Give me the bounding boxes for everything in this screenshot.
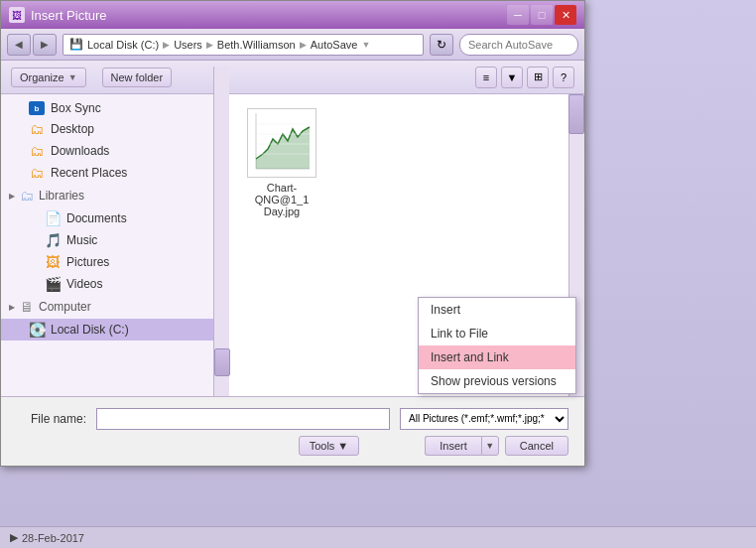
organize-dropdown-icon: ▼ — [68, 72, 77, 82]
nav-label-desktop: Desktop — [51, 122, 94, 136]
nav-pane-scrollbar[interactable] — [213, 67, 229, 396]
file-thumbnail-chart — [247, 108, 316, 178]
scrollbar-thumb[interactable] — [568, 94, 584, 134]
music-icon: 🎵 — [45, 232, 61, 248]
file-name-input[interactable] — [96, 408, 390, 430]
status-play-icon: ▶ — [10, 531, 18, 544]
organize-label: Organize — [20, 71, 64, 83]
file-type-select[interactable]: All Pictures (*.emf;*.wmf;*.jpg;* — [400, 408, 568, 430]
search-input[interactable] — [459, 34, 578, 56]
status-bar: ▶ 28-Feb-2017 — [0, 526, 756, 548]
computer-icon: 🖥 — [19, 299, 35, 315]
nav-label-computer: Computer — [39, 300, 91, 314]
box-icon: b — [29, 101, 45, 115]
dropdown-item-insert[interactable]: Insert — [419, 298, 575, 322]
nav-label-documents: Documents — [66, 211, 127, 225]
help-button[interactable]: ? — [553, 67, 574, 88]
refresh-button[interactable]: ↻ — [430, 34, 453, 56]
sidebar-item-pictures[interactable]: 🖼 Pictures — [1, 251, 228, 273]
organize-button[interactable]: Organize ▼ — [11, 68, 86, 87]
breadcrumb-icon: 💾 — [69, 38, 83, 51]
insert-dropdown-button[interactable]: ▼ — [481, 436, 499, 456]
tools-button[interactable]: Tools ▼ — [299, 436, 360, 456]
nav-label-box-sync: Box Sync — [51, 101, 101, 115]
sidebar-item-videos[interactable]: 🎬 Videos — [1, 273, 228, 295]
details-button[interactable]: ⊞ — [527, 67, 549, 88]
folder-icon-desktop: 🗂 — [29, 121, 45, 137]
nav-label-local-disk: Local Disk (C:) — [51, 323, 129, 337]
folder-icon-downloads: 🗂 — [29, 143, 45, 159]
file-name-chart: Chart-QNG@1_1Day.jpg — [243, 182, 320, 217]
maximize-button[interactable]: □ — [531, 5, 553, 25]
tools-label: Tools — [310, 440, 335, 452]
status-date: 28-Feb-2017 — [22, 532, 84, 544]
chart-preview-svg — [248, 109, 315, 177]
breadcrumb-arrow-1: ▶ — [163, 40, 170, 50]
computer-triangle: ▶ — [9, 303, 15, 312]
address-bar: ◀ ▶ 💾 Local Disk (C:) ▶ Users ▶ Beth.Wil… — [1, 29, 584, 61]
file-item-chart[interactable]: Chart-QNG@1_1Day.jpg — [237, 102, 326, 223]
insert-dropdown-menu: Insert Link to File Insert and Link Show… — [418, 297, 576, 394]
nav-label-videos: Videos — [66, 277, 102, 291]
disk-icon: 💽 — [29, 322, 45, 338]
view-dropdown-button[interactable]: ▼ — [501, 67, 523, 88]
nav-label-downloads: Downloads — [51, 144, 109, 158]
insert-button[interactable]: Insert — [425, 436, 481, 456]
cancel-button[interactable]: Cancel — [505, 436, 568, 456]
nav-label-pictures: Pictures — [66, 255, 109, 269]
buttons-row: Tools ▼ Insert ▼ Cancel — [17, 436, 568, 456]
folder-icon-libraries: 🗂 — [19, 188, 35, 204]
sidebar-item-box-sync[interactable]: b Box Sync — [1, 98, 228, 118]
sidebar-item-recent-places[interactable]: 🗂 Recent Places — [1, 162, 228, 184]
sidebar-item-local-disk[interactable]: 💽 Local Disk (C:) — [1, 319, 228, 341]
sidebar-item-documents[interactable]: 📄 Documents — [1, 207, 228, 229]
sidebar-item-music[interactable]: 🎵 Music — [1, 229, 228, 251]
sidebar-section-libraries[interactable]: ▶ 🗂 Libraries — [1, 184, 228, 207]
nav-buttons: ◀ ▶ — [7, 34, 57, 56]
folder-icon-documents: 📄 — [45, 210, 61, 226]
dialog-title: Insert Picture — [31, 8, 107, 23]
dialog-icon: 🖼 — [9, 7, 25, 23]
bottom-bar: File name: All Pictures (*.emf;*.wmf;*.j… — [1, 396, 584, 466]
title-bar: 🖼 Insert Picture ─ □ ✕ — [1, 1, 584, 29]
sidebar-item-desktop[interactable]: 🗂 Desktop — [1, 118, 228, 140]
sidebar-item-downloads[interactable]: 🗂 Downloads — [1, 140, 228, 162]
dropdown-item-show-previous[interactable]: Show previous versions — [419, 369, 575, 393]
tools-dropdown-icon: ▼ — [337, 440, 348, 452]
breadcrumb-part-3[interactable]: Beth.Williamson — [217, 39, 296, 51]
videos-icon: 🎬 — [45, 276, 61, 292]
view-change-button[interactable]: ≡ — [475, 67, 497, 88]
libraries-triangle: ▶ — [9, 192, 15, 201]
breadcrumb-part-2[interactable]: Users — [174, 39, 202, 51]
toolbar: Organize ▼ New folder ≡ ▼ ⊞ ? — [1, 61, 584, 94]
file-name-label: File name: — [17, 412, 86, 426]
nav-pane: b Box Sync 🗂 Desktop 🗂 Downloads 🗂 Recen… — [1, 94, 229, 396]
forward-button[interactable]: ▶ — [33, 34, 57, 56]
new-folder-button[interactable]: New folder — [102, 68, 173, 87]
folder-icon-recent: 🗂 — [29, 165, 45, 181]
breadcrumb-bar[interactable]: 💾 Local Disk (C:) ▶ Users ▶ Beth.William… — [63, 34, 424, 56]
nav-scrollbar-thumb[interactable] — [214, 348, 230, 376]
insert-picture-dialog: 🖼 Insert Picture ─ □ ✕ ◀ ▶ 💾 Local Disk … — [0, 0, 585, 467]
close-button[interactable]: ✕ — [555, 5, 576, 25]
new-folder-label: New folder — [111, 71, 164, 83]
breadcrumb-part-1[interactable]: Local Disk (C:) — [87, 39, 159, 51]
back-button[interactable]: ◀ — [7, 34, 31, 56]
window-controls: ─ □ ✕ — [507, 5, 576, 25]
title-bar-left: 🖼 Insert Picture — [9, 7, 107, 23]
breadcrumb-arrow-2: ▶ — [206, 40, 213, 50]
nav-label-recent-places: Recent Places — [51, 166, 127, 180]
pictures-icon: 🖼 — [45, 254, 61, 270]
dropdown-item-insert-and-link[interactable]: Insert and Link — [419, 345, 575, 369]
nav-label-music: Music — [66, 233, 97, 247]
sidebar-section-computer[interactable]: ▶ 🖥 Computer — [1, 295, 228, 319]
minimize-button[interactable]: ─ — [507, 5, 529, 25]
breadcrumb-arrow-3: ▶ — [300, 40, 307, 50]
toolbar-right: ≡ ▼ ⊞ ? — [475, 67, 574, 88]
nav-label-libraries: Libraries — [39, 189, 84, 203]
breadcrumb-dropdown[interactable]: ▼ — [361, 40, 370, 50]
insert-group: Insert ▼ — [425, 436, 499, 456]
file-name-row: File name: All Pictures (*.emf;*.wmf;*.j… — [17, 408, 568, 430]
breadcrumb-part-4[interactable]: AutoSave — [311, 39, 358, 51]
dropdown-item-link-to-file[interactable]: Link to File — [419, 322, 575, 345]
